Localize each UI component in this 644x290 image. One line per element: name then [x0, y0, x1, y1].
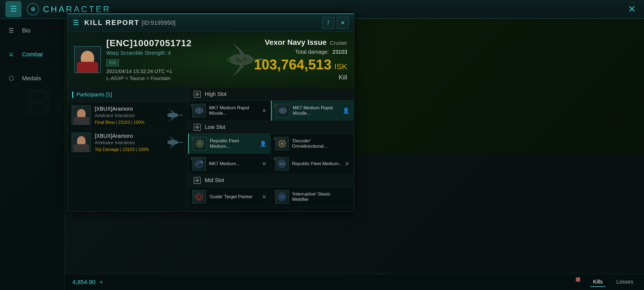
menu-icon: ☰: [10, 5, 17, 13]
slot-item-icon: [192, 104, 206, 117]
p2-body: [73, 144, 89, 152]
app-title: CHARACTER: [43, 4, 111, 14]
sidebar-item-bio[interactable]: ☰ Bio: [0, 19, 64, 43]
participant-1-ship-icon: [162, 107, 184, 123]
svg-point-38: [281, 196, 283, 197]
mid-slot-grid: 'Guide' Target Painter ✕: [188, 187, 354, 207]
isk-label: ISK: [334, 62, 347, 71]
mid-slot-header: Mid Slot: [188, 174, 354, 187]
svg-point-7: [167, 140, 178, 144]
kill-details-right: Vexor Navy Issue Cruiser Total damage: 2…: [254, 38, 347, 81]
slot-item[interactable]: 1 MK7 Medium Rapid Missile... 👤: [271, 101, 354, 121]
slot-item-icon: [192, 190, 206, 204]
slot-num: 1: [273, 156, 275, 161]
sidebar-combat-label: Combat: [22, 51, 43, 58]
slot-item-status: ✕: [262, 107, 266, 114]
sidebar-item-combat[interactable]: ⚔ Combat: [0, 43, 64, 67]
slot-item-name: MK7 Medium...: [209, 161, 260, 166]
kill-result-label: Kill: [254, 74, 347, 81]
participant-2-name: [XBUX]Aramoro: [95, 133, 159, 139]
low-slot-icon: [193, 123, 202, 132]
close-panel-button[interactable]: ✕: [337, 17, 349, 29]
slot-num: 1: [191, 136, 193, 140]
panel-title-id: [ID:5195950]: [142, 19, 175, 26]
participant-row[interactable]: [XBUX]Aramoro Arbitrator Interdictor Fin…: [67, 102, 188, 129]
slot-item[interactable]: 'Interruptive' Stasis Webifier: [271, 187, 354, 207]
slot-item[interactable]: 1 MK7 Medium Rapid Missile... ✕: [188, 101, 271, 121]
slot-num: 1: [190, 156, 192, 161]
participant-1-ship: Arbitrator Interdictor: [95, 113, 159, 118]
slot-item-icon: [276, 104, 290, 117]
avatar-body: [77, 62, 98, 73]
svg-point-9: [196, 93, 198, 95]
svg-point-28: [196, 180, 198, 181]
slot-item[interactable]: 1 Republic Fleet Medium... ✕: [271, 154, 354, 174]
participant-row[interactable]: [XBUX]Aramoro Arbitrator Interdictor Top…: [67, 129, 188, 156]
high-slot-title: High Slot: [205, 91, 226, 97]
participant-1-role: Final Blow | 23103 | 100%: [95, 120, 159, 125]
close-app-button[interactable]: ✕: [628, 3, 636, 15]
bottom-bar: 4,854.90 + Kills Losses: [64, 274, 644, 290]
high-slot-icon: [193, 90, 202, 99]
slot-item-status: ✕: [345, 161, 349, 167]
sidebar-medals-label: Medals: [22, 75, 41, 82]
participants-header: Participants [1]: [67, 88, 188, 102]
bottom-tab-indicator: [576, 277, 580, 282]
slot-item-name: MK7 Medium Rapid Missile...: [293, 105, 341, 116]
total-damage-label: Total damage:: [295, 49, 329, 55]
participant-2-info: [XBUX]Aramoro Arbitrator Interdictor Top…: [95, 133, 159, 152]
participants-count: [1]: [106, 92, 112, 98]
participant-2-ship: Arbitrator Interdictor: [95, 140, 159, 146]
low-slot-header: Low Slot: [188, 121, 354, 134]
kill-report-panel: ☰ KILL REPORT [ID:5195950] ⤴ ✕ [ENC]1000…: [67, 13, 354, 212]
slot-item-icon: [192, 157, 206, 171]
total-damage-value: 23103: [332, 49, 347, 55]
panel-title: KILL REPORT: [84, 19, 140, 27]
slot-item-status: 👤: [343, 107, 349, 114]
panel-header: ☰ KILL REPORT [ID:5195950] ⤴ ✕: [67, 14, 354, 31]
add-icon[interactable]: +: [100, 279, 103, 286]
participant-1-info: [XBUX]Aramoro Arbitrator Interdictor Fin…: [95, 106, 159, 125]
slot-item[interactable]: 1 MK7 Medium... ✕: [188, 154, 271, 174]
victim-avatar: [74, 46, 101, 73]
sidebar-item-medals[interactable]: ⬡ Medals: [0, 67, 64, 90]
participant-2-avatar: [72, 133, 91, 152]
low-slot-title: Low Slot: [205, 124, 225, 130]
svg-rect-25: [279, 163, 285, 165]
svg-point-15: [196, 126, 198, 128]
svg-point-13: [282, 110, 284, 112]
svg-point-11: [198, 110, 200, 112]
close-panel-icon: ✕: [341, 20, 345, 26]
participants-panel: Participants [1] [XBUX]Aramoro Arbitrato…: [67, 88, 188, 211]
mid-slot-title: Mid Slot: [205, 177, 224, 183]
bio-icon: ☰: [5, 25, 17, 37]
slot-item-status: ✕: [262, 161, 266, 167]
menu-button[interactable]: ☰: [5, 1, 21, 17]
svg-point-18: [199, 143, 201, 144]
slot-item-icon: [193, 137, 207, 150]
slot-item[interactable]: 1 'Decoder' Omnidirectional...: [271, 134, 354, 154]
equipment-panel: High Slot 1 MK7 Medium Rapid Missile... …: [188, 88, 354, 211]
low-slot-grid: 1 Republic Fleet Medium... 👤 1: [188, 134, 354, 174]
slot-num: 1: [274, 103, 276, 107]
tab-losses[interactable]: Losses: [614, 277, 636, 287]
slot-item-name: 'Interruptive' Stasis Webifier: [292, 191, 347, 202]
slot-item[interactable]: 'Guide' Target Painter ✕: [188, 187, 271, 207]
panel-menu-button[interactable]: ☰: [73, 19, 79, 27]
sidebar: ☰ Bio ⚔ Combat ⬡ Medals: [0, 19, 64, 290]
export-icon: ⤴: [327, 20, 330, 26]
slot-item[interactable]: 1 Republic Fleet Medium... 👤: [188, 134, 271, 154]
slot-item-name: Republic Fleet Medium...: [210, 138, 258, 149]
export-button[interactable]: ⤴: [322, 17, 334, 29]
sidebar-bio-label: Bio: [22, 27, 31, 34]
participant-2-role: Top Damage | 23103 | 100%: [95, 147, 159, 152]
slot-item-name: 'Decoder' Omnidirectional...: [292, 138, 347, 149]
participant-1-name: [XBUX]Aramoro: [95, 106, 159, 112]
participant-1-avatar: [72, 106, 91, 125]
isk-value: 103,764,513: [254, 57, 331, 72]
tab-kills[interactable]: Kills: [590, 277, 606, 287]
ship-name: Vexor Navy Issue: [265, 38, 327, 46]
participants-bar-indicator: [72, 92, 73, 98]
svg-point-23: [201, 161, 203, 163]
slot-item-name: 'Guide' Target Painter: [209, 194, 260, 200]
